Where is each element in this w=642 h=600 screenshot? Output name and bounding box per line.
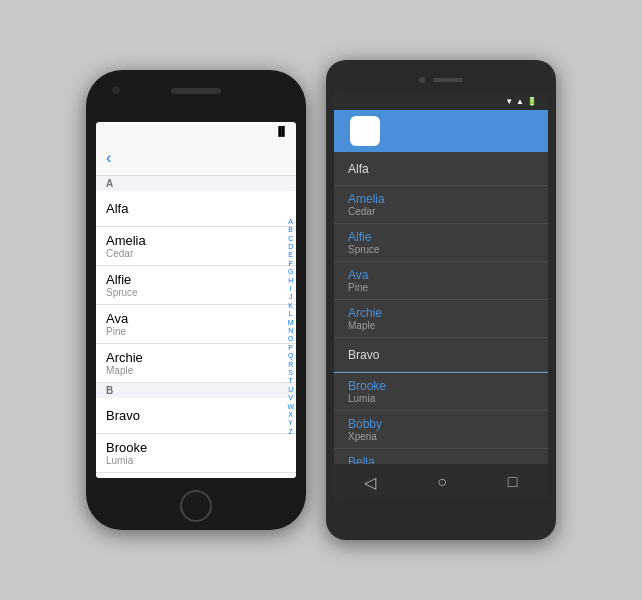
ios-index-letter[interactable]: X	[288, 411, 293, 419]
ios-row-name: Alfie	[106, 272, 286, 287]
ios-index-letter[interactable]: C	[288, 235, 293, 243]
ios-index-letter[interactable]: V	[288, 394, 293, 402]
ios-index-letter[interactable]: Y	[288, 419, 293, 427]
android-list-item[interactable]: AvaPine	[334, 262, 548, 300]
ios-index-letter[interactable]: L	[289, 310, 293, 318]
ios-index-letter[interactable]: S	[288, 369, 293, 377]
ios-row-sub: Maple	[106, 365, 286, 376]
ios-list-item[interactable]: ArchieMaple	[96, 344, 296, 383]
android-list-item[interactable]: BrookeLumia	[334, 373, 548, 411]
ios-index-letter[interactable]: Q	[288, 352, 293, 360]
android-list-item[interactable]: BellaDesire	[334, 449, 548, 464]
ios-index[interactable]: ABCDEFGHIJKLMNOPQRSTUVWXYZ	[287, 176, 294, 478]
android-list-item[interactable]: AmeliaCedar	[334, 186, 548, 224]
iphone-speaker	[171, 88, 221, 94]
android-device: ▼ ▲ 🔋 AlfaAmeliaCedarAlfieSpruceAvaPineA…	[326, 60, 556, 540]
ios-section-header: A	[96, 176, 296, 191]
android-row-name: Bella	[348, 455, 534, 464]
ios-battery-icon: ▐▌	[275, 126, 288, 136]
ios-index-letter[interactable]: B	[288, 226, 293, 234]
ios-list-item[interactable]: AlfieSpruce	[96, 266, 296, 305]
ios-section-header: B	[96, 383, 296, 398]
ios-list[interactable]: AAlfaAmeliaCedarAlfieSpruceAvaPineArchie…	[96, 176, 296, 478]
android-row-name: Bobby	[348, 417, 534, 431]
ios-index-letter[interactable]: F	[289, 260, 293, 268]
ios-index-letter[interactable]: M	[288, 319, 294, 327]
ios-list-item[interactable]: BobbyXperia	[96, 473, 296, 478]
ios-row-sub: Pine	[106, 326, 286, 337]
phones-container: ▐▌ ‹ AAlfaAmeliaCedarAlfieSpruceAvaPineA…	[76, 50, 566, 550]
iphone-screen: ▐▌ ‹ AAlfaAmeliaCedarAlfieSpruceAvaPineA…	[96, 122, 296, 478]
android-camera-icon	[419, 77, 425, 83]
ios-statusbar: ▐▌	[96, 122, 296, 140]
ios-index-letter[interactable]: Z	[289, 428, 293, 436]
ios-index-letter[interactable]: G	[288, 268, 293, 276]
ios-index-letter[interactable]: D	[288, 243, 293, 251]
android-list-item[interactable]: ArchieMaple	[334, 300, 548, 338]
ios-list-item[interactable]: AmeliaCedar	[96, 227, 296, 266]
ios-index-letter[interactable]: N	[288, 327, 293, 335]
android-list-item[interactable]: BobbyXperia	[334, 411, 548, 449]
android-row-name: Bravo	[348, 348, 534, 362]
ios-row-name: Amelia	[106, 233, 286, 248]
android-wifi-icon: ▼	[505, 97, 513, 106]
ios-index-letter[interactable]: I	[290, 285, 292, 293]
ios-index-letter[interactable]: P	[288, 344, 293, 352]
ios-list-item[interactable]: AvaPine	[96, 305, 296, 344]
android-speaker	[433, 78, 463, 82]
iphone-camera	[112, 86, 120, 94]
ios-row-name: Alfa	[106, 201, 286, 216]
android-bottom-nav: ◁○□	[334, 464, 548, 500]
android-list-item[interactable]: AlfieSpruce	[334, 224, 548, 262]
android-row-sub: Lumia	[348, 393, 534, 404]
android-row-sub: Xperia	[348, 431, 534, 442]
android-home-nav-icon[interactable]: ○	[437, 473, 447, 491]
ios-back-chevron-icon: ‹	[106, 149, 111, 167]
ios-index-letter[interactable]: H	[288, 277, 293, 285]
android-row-name: Archie	[348, 306, 534, 320]
ios-index-letter[interactable]: T	[289, 377, 293, 385]
android-recents-nav-icon[interactable]: □	[508, 473, 518, 491]
ios-list-item[interactable]: BrookeLumia	[96, 434, 296, 473]
android-row-name: Ava	[348, 268, 534, 282]
ios-index-letter[interactable]: A	[288, 218, 293, 226]
android-statusbar: ▼ ▲ 🔋	[334, 92, 548, 110]
ios-list-inner: AAlfaAmeliaCedarAlfieSpruceAvaPineArchie…	[96, 176, 296, 478]
android-status-icons: ▼ ▲ 🔋	[505, 97, 540, 106]
android-row-sub: Pine	[348, 282, 534, 293]
android-row-name: Amelia	[348, 192, 534, 206]
ios-index-letter[interactable]: E	[288, 251, 293, 259]
ios-row-name: Bravo	[106, 408, 286, 423]
ios-index-letter[interactable]: R	[288, 361, 293, 369]
android-screen: ▼ ▲ 🔋 AlfaAmeliaCedarAlfieSpruceAvaPineA…	[334, 92, 548, 500]
ios-index-letter[interactable]: K	[288, 302, 293, 310]
android-battery-icon: 🔋	[527, 97, 537, 106]
android-camera-bar	[334, 68, 548, 92]
android-row-name: Brooke	[348, 379, 534, 393]
ios-row-sub: Lumia	[106, 455, 286, 466]
iphone-device: ▐▌ ‹ AAlfaAmeliaCedarAlfieSpruceAvaPineA…	[86, 70, 306, 530]
ios-list-item[interactable]: Alfa	[96, 191, 296, 227]
android-signal-icon: ▲	[516, 97, 524, 106]
android-row-name: Alfa	[348, 162, 534, 176]
android-list[interactable]: AlfaAmeliaCedarAlfieSpruceAvaPineArchieM…	[334, 152, 548, 464]
android-row-sub: Cedar	[348, 206, 534, 217]
ios-index-letter[interactable]: O	[288, 335, 293, 343]
ios-back-button[interactable]: ‹	[106, 149, 114, 167]
ios-index-letter[interactable]: W	[287, 403, 294, 411]
android-list-item[interactable]: Alfa	[334, 152, 548, 186]
ios-list-item[interactable]: Bravo	[96, 398, 296, 434]
ios-row-name: Ava	[106, 311, 286, 326]
ios-index-letter[interactable]: J	[289, 293, 293, 301]
iphone-home-button[interactable]	[180, 490, 212, 522]
ios-row-sub: Cedar	[106, 248, 286, 259]
ios-row-name: Brooke	[106, 440, 286, 455]
android-navbar	[334, 110, 548, 152]
ios-index-letter[interactable]: U	[288, 386, 293, 394]
ios-navbar: ‹	[96, 140, 296, 176]
android-row-sub: Spruce	[348, 244, 534, 255]
android-back-nav-icon[interactable]: ◁	[364, 473, 376, 492]
android-row-name: Alfie	[348, 230, 534, 244]
android-app-icon	[350, 116, 380, 146]
android-list-item[interactable]: Bravo	[334, 338, 548, 372]
